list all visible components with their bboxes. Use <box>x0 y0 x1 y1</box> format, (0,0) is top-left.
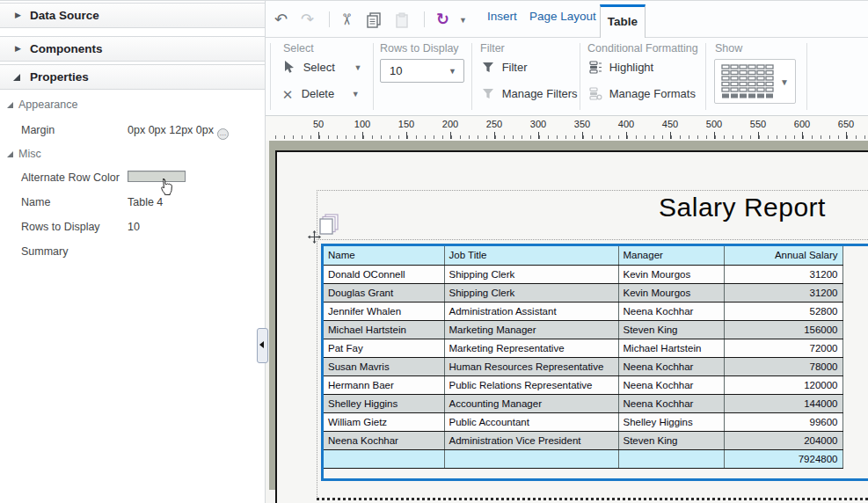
property-group-misc[interactable]: Misc <box>0 147 265 163</box>
table-cell[interactable]: Douglas Grant <box>324 283 444 302</box>
table-cell[interactable]: Steven King <box>618 431 724 449</box>
group-separator <box>705 43 706 110</box>
highlight-button[interactable]: Highlight <box>587 61 653 78</box>
table-cell[interactable]: 156000 <box>724 320 842 339</box>
property-value[interactable]: Table 4 <box>128 196 163 208</box>
tab-page-layout[interactable]: Page Layout <box>529 10 596 23</box>
ruler-label: 600 <box>789 119 815 129</box>
table-cell[interactable]: 31200 <box>724 283 842 302</box>
total-empty-cell[interactable] <box>324 449 444 468</box>
copy-icon[interactable] <box>366 12 382 32</box>
report-title[interactable]: Salary Report <box>549 193 868 222</box>
horizontal-ruler: 50100150200250300350400450500550600650 <box>266 116 868 141</box>
table-cell[interactable]: Administration Vice President <box>444 431 618 449</box>
cursor-arrow-icon <box>281 61 297 77</box>
table-cell[interactable]: Neena Kochhar <box>618 302 724 320</box>
cut-icon[interactable]: ✂ <box>338 12 355 26</box>
table-row: Susan MavrisHuman Resources Representati… <box>324 357 842 375</box>
filter-button[interactable]: Filter <box>480 61 528 78</box>
table-cell[interactable]: Shelley Higgins <box>324 394 444 412</box>
total-value-cell[interactable]: 7924800 <box>724 449 842 468</box>
sidebar-section-components[interactable]: ▶ Components <box>0 36 265 62</box>
property-row-name: Name Table 4 <box>0 195 265 211</box>
sidebar-collapse-handle[interactable] <box>257 328 268 363</box>
table-cell[interactable]: Human Resources Representative <box>444 357 618 375</box>
table-cell[interactable]: Public Relations Representative <box>444 375 618 394</box>
table-cell[interactable]: 52800 <box>724 302 842 320</box>
selected-table-frame[interactable]: NameJob TitleManagerAnnual Salary Donald… <box>321 244 868 481</box>
table-cell[interactable]: Neena Kochhar <box>618 394 724 412</box>
table-cell[interactable]: Shelley Higgins <box>618 412 724 431</box>
property-value[interactable]: 10 <box>128 221 140 233</box>
table-grid-icon <box>721 64 776 99</box>
property-name: Rows to Display <box>21 221 100 233</box>
sidebar-section-data-source[interactable]: ▶ Data Source <box>0 3 265 28</box>
manage-filters-button[interactable]: Manage Filters <box>480 87 578 105</box>
table-cell[interactable]: Public Accountant <box>444 412 618 431</box>
table-cell[interactable]: Marketing Manager <box>444 320 618 339</box>
table-cell[interactable]: 144000 <box>724 394 842 412</box>
tab-table[interactable]: Table <box>600 4 646 38</box>
dropdown-caret-icon[interactable]: ▼ <box>354 63 361 72</box>
view-report-icon[interactable]: ↻ <box>436 11 449 28</box>
color-swatch[interactable] <box>128 171 186 182</box>
total-empty-cell[interactable] <box>618 449 724 468</box>
delete-button[interactable]: ✕ Delete ▼ <box>280 87 360 105</box>
table-cell[interactable]: 120000 <box>724 375 842 394</box>
column-header[interactable]: Manager <box>618 246 724 265</box>
table-cell[interactable]: Donald OConnell <box>324 265 444 283</box>
paste-icon[interactable] <box>394 12 410 32</box>
table-cell[interactable]: 72000 <box>724 339 842 357</box>
total-empty-cell[interactable] <box>444 449 618 468</box>
table-cell[interactable]: Shipping Clerk <box>444 283 618 302</box>
column-header[interactable]: Name <box>324 246 444 265</box>
dropdown-caret-icon[interactable]: ▼ <box>352 90 360 98</box>
redo-icon[interactable]: ↷ <box>301 11 314 28</box>
table-cell[interactable]: Neena Kochhar <box>618 375 724 394</box>
sidebar-section-properties[interactable]: Properties <box>0 64 265 90</box>
table-cell[interactable]: 99600 <box>724 412 842 431</box>
tab-insert[interactable]: Insert <box>487 10 517 23</box>
show-gridlines-button[interactable]: ▼ <box>714 59 796 104</box>
table-cell[interactable]: Marketing Representative <box>444 339 618 357</box>
table-cell[interactable]: Jennifer Whalen <box>324 302 444 320</box>
table-cell[interactable]: Neena Kochhar <box>618 357 724 375</box>
table-cell[interactable]: 204000 <box>724 431 842 449</box>
group-separator <box>580 43 580 110</box>
ruler-major-tick <box>582 132 583 139</box>
table-cell[interactable]: William Gietz <box>324 412 444 431</box>
delete-x-icon: ✕ <box>280 87 295 103</box>
table-cell[interactable]: Kevin Mourgos <box>618 283 724 302</box>
toolbar-separator <box>424 11 425 27</box>
table-header-row: NameJob TitleManagerAnnual Salary <box>324 246 842 265</box>
view-report-dropdown-caret[interactable]: ▼ <box>459 16 467 25</box>
rows-to-display-select[interactable]: 10 ▼ <box>380 59 464 83</box>
table-cell[interactable]: 31200 <box>724 265 842 283</box>
table-cell[interactable]: Steven King <box>618 320 724 339</box>
column-header[interactable]: Annual Salary <box>724 246 842 265</box>
table-cell[interactable]: Michael Hartstein <box>324 320 444 339</box>
property-group-appearance[interactable]: Appearance <box>0 98 265 113</box>
repeating-section-icon[interactable] <box>318 213 341 241</box>
table-cell[interactable]: Shipping Clerk <box>444 265 618 283</box>
table-cell[interactable]: 78000 <box>724 357 842 375</box>
move-handle-icon[interactable] <box>308 230 321 247</box>
ribbon-group-label: Conditional Formatting <box>587 42 698 55</box>
undo-icon[interactable]: ↶ <box>274 11 288 28</box>
table-cell[interactable]: Kevin Mourgos <box>618 265 724 283</box>
table-cell[interactable]: Accounting Manager <box>444 394 618 412</box>
select-button[interactable]: Select ▼ <box>281 61 361 78</box>
table-cell[interactable]: Michael Hartstein <box>618 339 724 357</box>
table-cell[interactable]: Neena Kochhar <box>324 431 444 449</box>
table-header: NameJob TitleManagerAnnual Salary <box>324 246 842 265</box>
triangle-expanded-icon <box>7 102 13 108</box>
table-cell[interactable]: Hermann Baer <box>324 375 444 394</box>
property-value[interactable]: 0px 0px 12px 0px… <box>128 124 229 140</box>
table-cell[interactable]: Administration Assistant <box>444 302 618 320</box>
ribbon-group-label: Rows to Display <box>380 42 459 55</box>
table-cell[interactable]: Susan Mavris <box>324 357 444 375</box>
column-header[interactable]: Job Title <box>444 246 618 265</box>
manage-formats-button[interactable]: Manage Formats <box>587 87 696 105</box>
more-options-icon[interactable]: … <box>217 128 229 140</box>
table-cell[interactable]: Pat Fay <box>324 339 444 357</box>
